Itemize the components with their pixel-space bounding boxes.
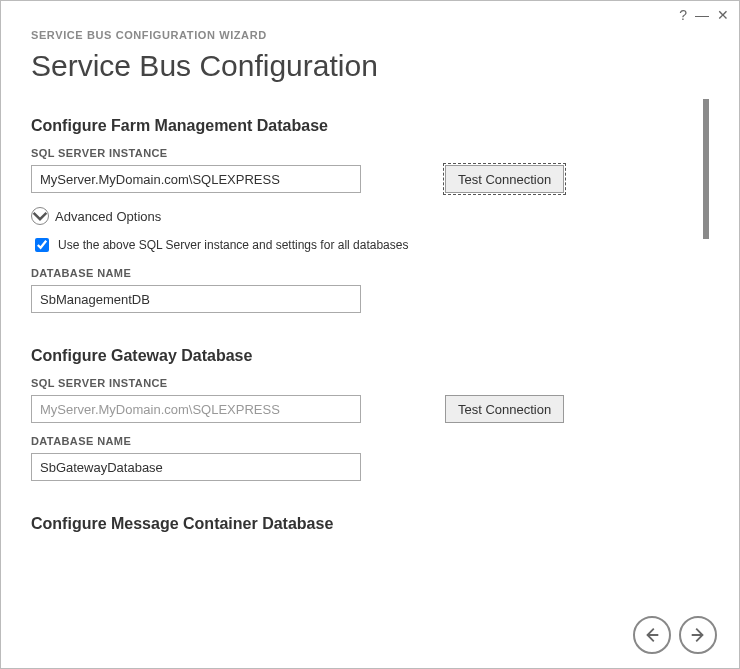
wizard-window: ? — ✕ SERVICE BUS CONFIGURATION WIZARD S… — [0, 0, 740, 669]
wizard-label: SERVICE BUS CONFIGURATION WIZARD — [31, 29, 709, 41]
farm-test-connection-button[interactable]: Test Connection — [445, 165, 564, 193]
gateway-sql-label: SQL SERVER INSTANCE — [31, 377, 687, 389]
nav-footer — [633, 616, 717, 654]
farm-db-input[interactable] — [31, 285, 361, 313]
scroll-area[interactable]: Configure Farm Management Database SQL S… — [31, 99, 709, 539]
back-button[interactable] — [633, 616, 671, 654]
use-same-label: Use the above SQL Server instance and se… — [58, 238, 408, 252]
chevron-down-icon — [31, 207, 49, 225]
close-icon[interactable]: ✕ — [717, 7, 729, 23]
arrow-right-icon — [689, 626, 707, 644]
advanced-options-toggle[interactable]: Advanced Options — [31, 207, 687, 225]
gateway-sql-input — [31, 395, 361, 423]
gateway-heading: Configure Gateway Database — [31, 347, 687, 365]
page-title: Service Bus Configuration — [31, 49, 709, 83]
farm-sql-input[interactable] — [31, 165, 361, 193]
next-button[interactable] — [679, 616, 717, 654]
titlebar-controls: ? — ✕ — [679, 7, 729, 23]
gateway-test-connection-button[interactable]: Test Connection — [445, 395, 564, 423]
farm-heading: Configure Farm Management Database — [31, 117, 687, 135]
use-same-checkbox[interactable] — [35, 238, 49, 252]
minimize-icon[interactable]: — — [695, 7, 709, 23]
help-icon[interactable]: ? — [679, 7, 687, 23]
gateway-db-label: DATABASE NAME — [31, 435, 687, 447]
advanced-options-label: Advanced Options — [55, 209, 161, 224]
gateway-db-input[interactable] — [31, 453, 361, 481]
container-heading: Configure Message Container Database — [31, 515, 687, 533]
farm-db-label: DATABASE NAME — [31, 267, 687, 279]
arrow-left-icon — [643, 626, 661, 644]
scrollbar-thumb[interactable] — [703, 99, 709, 239]
farm-sql-label: SQL SERVER INSTANCE — [31, 147, 687, 159]
